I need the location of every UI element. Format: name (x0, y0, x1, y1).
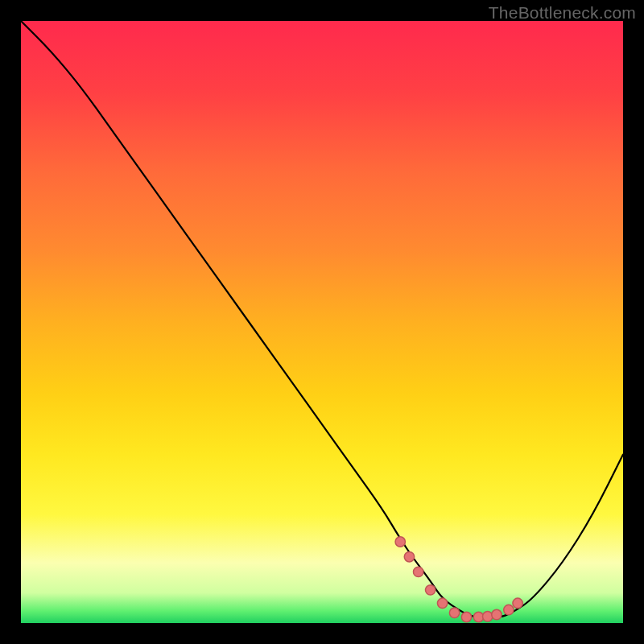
bottleneck-curve-chart (0, 0, 644, 644)
watermark-label: TheBottleneck.com (489, 3, 636, 23)
